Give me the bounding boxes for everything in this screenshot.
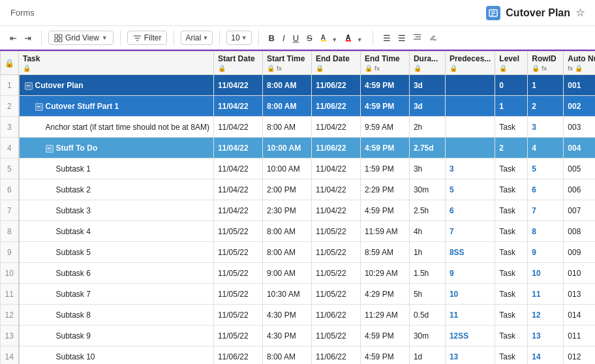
align-right-button[interactable] [410,31,425,45]
auto-number-cell[interactable]: 012 [564,346,595,365]
end-time-cell[interactable]: 1:59 PM [360,159,409,179]
task-cell[interactable]: Subtask 2 [19,179,214,200]
rowid-cell[interactable]: 6 [528,179,564,200]
task-cell[interactable]: Subtask 4 [19,221,214,242]
end-date-cell[interactable]: 11/05/22 [311,221,360,242]
auto-number-cell[interactable]: 011 [564,326,595,346]
level-cell[interactable]: 0 [495,75,528,96]
rowid-cell[interactable]: 11 [528,284,564,305]
task-cell[interactable]: Subtask 3 [19,200,214,221]
expand-icon[interactable]: − [25,82,33,90]
rowid-cell[interactable]: 5 [528,159,564,179]
start-date-cell[interactable]: 11/04/22 [213,159,262,179]
auto-number-cell[interactable]: 002 [564,96,595,117]
duration-cell[interactable]: 4h [409,221,445,242]
start-date-cell[interactable]: 11/04/22 [213,117,262,138]
level-cell[interactable]: Task [495,263,528,284]
start-time-cell[interactable]: 10:00 AM [262,138,311,159]
end-date-cell[interactable]: 11/04/22 [311,179,360,200]
start-time-cell[interactable]: 2:00 PM [262,179,311,200]
auto-number-cell[interactable]: 010 [564,263,595,284]
predecessors-cell[interactable]: 3 [445,159,495,179]
start-date-cell[interactable]: 11/05/22 [213,242,262,263]
rowid-cell[interactable]: 9 [528,242,564,263]
end-date-cell[interactable]: 11/06/22 [311,75,360,96]
level-cell[interactable]: Task [495,159,528,179]
level-cell[interactable]: Task [495,305,528,326]
level-cell[interactable]: Task [495,242,528,263]
underline-button[interactable]: U [290,31,302,45]
task-cell[interactable]: Subtask 1 [19,159,214,179]
duration-cell[interactable]: 5h [409,284,445,305]
predecessors-cell[interactable] [445,96,495,117]
indent-increase-button[interactable]: ⇥ [21,31,35,45]
end-date-cell[interactable]: 11/06/22 [311,305,360,326]
predecessors-cell[interactable] [445,75,495,96]
align-center-button[interactable]: ☰ [395,31,409,45]
col-start-time[interactable]: Start Time 🔒 fx [262,52,311,75]
end-time-cell[interactable]: 9:59 AM [360,117,409,138]
rowid-cell[interactable]: 3 [528,117,564,138]
start-time-cell[interactable]: 8:00 AM [262,96,311,117]
duration-cell[interactable]: 1.5h [409,263,445,284]
auto-number-cell[interactable]: 008 [564,221,595,242]
end-time-cell[interactable]: 4:59 PM [360,326,409,346]
end-time-cell[interactable]: 4:59 PM [360,200,409,221]
font-dropdown[interactable]: Arial ▼ [181,31,213,45]
start-time-cell[interactable]: 8:00 AM [262,75,311,96]
end-time-cell[interactable]: 4:59 PM [360,138,409,159]
col-end-time[interactable]: End Time 🔒 fx [360,52,409,75]
end-time-cell[interactable]: 11:29 AM [360,305,409,326]
rowid-cell[interactable]: 13 [528,326,564,346]
auto-number-cell[interactable]: 014 [564,305,595,326]
predecessors-cell[interactable] [445,138,495,159]
auto-number-cell[interactable]: 007 [564,200,595,221]
start-time-cell[interactable]: 4:30 PM [262,326,311,346]
duration-cell[interactable]: 3d [409,96,445,117]
task-cell[interactable]: Subtask 10 [19,346,214,365]
expand-icon[interactable]: − [35,103,43,111]
end-time-cell[interactable]: 4:59 PM [360,96,409,117]
duration-cell[interactable]: 30m [409,179,445,200]
auto-number-cell[interactable]: 009 [564,242,595,263]
end-date-cell[interactable]: 11/04/22 [311,117,360,138]
col-end-date[interactable]: End Date 🔒 [311,52,360,75]
rowid-cell[interactable]: 10 [528,263,564,284]
task-cell[interactable]: Subtask 8 [19,305,214,326]
auto-number-cell[interactable]: 006 [564,179,595,200]
end-date-cell[interactable]: 11/04/22 [311,159,360,179]
duration-cell[interactable]: 1d [409,346,445,365]
predecessors-cell[interactable]: 12SS [445,326,495,346]
duration-cell[interactable]: 0.5d [409,305,445,326]
predecessors-cell[interactable]: 5 [445,179,495,200]
start-date-cell[interactable]: 11/05/22 [213,305,262,326]
col-task[interactable]: Task 🔒 [19,52,214,75]
rowid-cell[interactable]: 8 [528,221,564,242]
strikethrough-button[interactable]: S [303,31,316,45]
level-cell[interactable]: Task [495,117,528,138]
start-time-cell[interactable]: 8:00 AM [262,117,311,138]
col-rowid[interactable]: RowID 🔒 fx [528,52,564,75]
duration-cell[interactable]: 2.75d [409,138,445,159]
predecessors-cell[interactable]: 10 [445,284,495,305]
level-cell[interactable]: 2 [495,138,528,159]
task-cell[interactable]: Subtask 7 [19,284,214,305]
level-cell[interactable]: 1 [495,96,528,117]
start-date-cell[interactable]: 11/04/22 [213,96,262,117]
end-time-cell[interactable]: 2:29 PM [360,179,409,200]
level-cell[interactable]: Task [495,221,528,242]
expand-icon[interactable]: − [46,145,53,153]
task-cell[interactable]: Subtask 5 [19,242,214,263]
start-time-cell[interactable]: 10:00 AM [262,159,311,179]
task-cell[interactable]: −Stuff To Do [19,138,214,159]
start-date-cell[interactable]: 11/05/22 [213,284,262,305]
start-date-cell[interactable]: 11/05/22 [213,263,262,284]
duration-cell[interactable]: 2.5h [409,200,445,221]
start-date-cell[interactable]: 11/06/22 [213,346,262,365]
predecessors-cell[interactable] [445,117,495,138]
rowid-cell[interactable]: 12 [528,305,564,326]
bold-button[interactable]: B [266,31,278,45]
rowid-cell[interactable]: 2 [528,96,564,117]
start-date-cell[interactable]: 11/04/22 [213,179,262,200]
start-time-cell[interactable]: 9:00 AM [262,263,311,284]
